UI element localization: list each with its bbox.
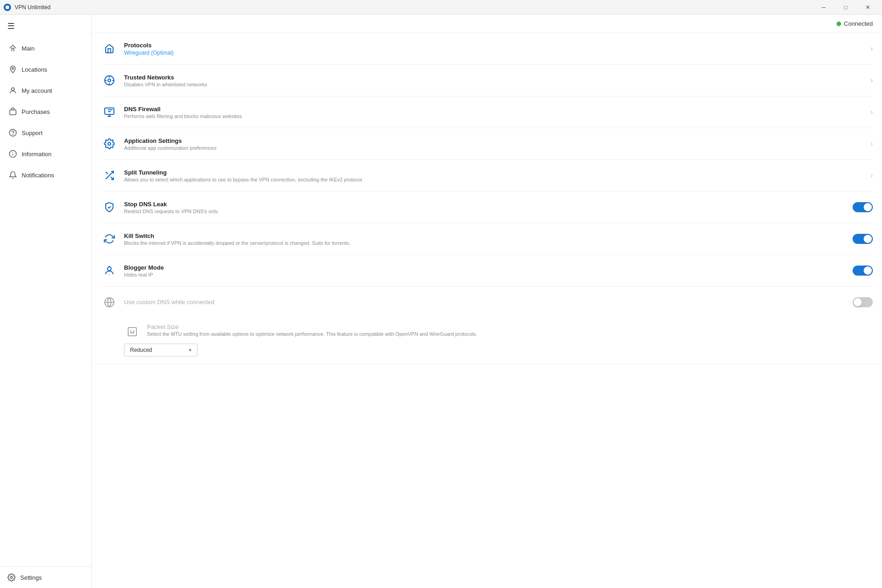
app-logo	[4, 4, 11, 11]
stop-dns-leak-icon	[101, 199, 118, 215]
kill-switch-item: Kill Switch Blocks the internet if VPN i…	[101, 223, 873, 255]
packet-size-title: Packet Size	[147, 323, 477, 330]
svg-point-9	[11, 577, 13, 579]
sidebar-item-main-label: Main	[22, 45, 34, 52]
custom-dns-slider	[853, 297, 873, 307]
protocols-icon	[101, 40, 118, 57]
app-settings-content: Application Settings Additional app cust…	[124, 137, 866, 151]
sidebar: ☰ Main Locations	[0, 15, 92, 588]
protocols-title: Protocols	[124, 42, 866, 49]
svg-point-5	[13, 134, 13, 135]
kill-switch-desc: Blocks the internet if VPN is accidental…	[124, 240, 848, 246]
connection-status: Connected	[837, 20, 873, 27]
sidebar-item-main[interactable]: Main	[0, 38, 91, 59]
packet-size-dropdown[interactable]: Reduced ▾	[124, 344, 198, 356]
kill-switch-toggle-switch[interactable]	[853, 234, 873, 244]
sidebar-item-purchases[interactable]: Purchases	[0, 101, 91, 122]
blogger-mode-item: Blogger Mode Hides real IP	[101, 255, 873, 287]
dns-firewall-title: DNS Firewall	[124, 106, 866, 113]
sidebar-item-locations-label: Locations	[22, 66, 47, 73]
svg-rect-27	[128, 328, 136, 336]
chevron-down-icon: ▾	[189, 347, 192, 353]
packet-size-icon	[124, 323, 141, 340]
kill-switch-title: Kill Switch	[124, 232, 848, 239]
custom-dns-title: Use custom DNS while connected	[124, 299, 848, 305]
sidebar-item-purchases-label: Purchases	[22, 108, 50, 115]
protocols-item[interactable]: Protocols Wireguard (Optimal) ›	[101, 33, 873, 65]
packet-size-text: Packet Size Select the MTU setting from …	[147, 323, 477, 337]
main-content: Connected Protocols Wireguard (Optimal)	[92, 15, 882, 588]
custom-dns-toggle[interactable]	[853, 297, 873, 307]
dns-firewall-desc: Performs web filtering and blocks malici…	[124, 113, 866, 119]
dns-firewall-content: DNS Firewall Performs web filtering and …	[124, 106, 866, 119]
kill-switch-content: Kill Switch Blocks the internet if VPN i…	[124, 232, 848, 246]
svg-point-22	[107, 267, 111, 271]
maximize-button[interactable]: □	[835, 0, 856, 15]
packet-size-section: Packet Size Select the MTU setting from …	[92, 318, 882, 364]
trusted-networks-item[interactable]: Trusted Networks Disables VPN in whiteli…	[101, 65, 873, 96]
trusted-networks-chevron: ›	[871, 76, 873, 85]
dns-firewall-item[interactable]: DNS Firewall Performs web filtering and …	[101, 96, 873, 128]
sidebar-item-my-account-label: My account	[22, 87, 52, 94]
chevron-right-icon: ›	[871, 45, 873, 53]
kill-switch-icon	[101, 231, 118, 247]
minimize-button[interactable]: ─	[813, 0, 834, 15]
menu-button[interactable]: ☰	[0, 15, 91, 38]
blogger-mode-toggle-switch[interactable]	[853, 266, 873, 276]
svg-rect-3	[10, 110, 16, 115]
titlebar: VPN Unlimited ─ □ ✕	[0, 0, 882, 15]
sidebar-item-notifications[interactable]: Notifications	[0, 164, 91, 186]
svg-point-1	[12, 68, 14, 69]
close-button[interactable]: ✕	[857, 0, 878, 15]
trusted-networks-title: Trusted Networks	[124, 74, 866, 81]
split-tunneling-content: Split Tunneling Allows you to select whi…	[124, 169, 866, 182]
chevron-right-icon: ›	[871, 171, 873, 180]
custom-dns-item: Use custom DNS while connected	[101, 287, 873, 318]
sidebar-item-locations[interactable]: Locations	[0, 59, 91, 80]
stop-dns-leak-title: Stop DNS Leak	[124, 201, 848, 208]
chevron-right-icon: ›	[871, 108, 873, 116]
settings-list: Protocols Wireguard (Optimal) › T	[92, 33, 882, 318]
split-tunneling-icon	[101, 167, 118, 184]
protocols-content: Protocols Wireguard (Optimal)	[124, 42, 866, 56]
bag-icon	[9, 107, 17, 116]
blogger-mode-title: Blogger Mode	[124, 264, 848, 271]
svg-line-21	[106, 172, 108, 174]
sidebar-item-support-label: Support	[22, 130, 43, 136]
custom-dns-toggle-switch[interactable]	[853, 297, 873, 307]
trusted-networks-desc: Disables VPN in whitelisted networks	[124, 82, 866, 87]
split-tunneling-item[interactable]: Split Tunneling Allows you to select whi…	[101, 160, 873, 192]
stop-dns-leak-content: Stop DNS Leak Restrict DNS requests to V…	[124, 201, 848, 214]
stop-dns-leak-toggle[interactable]	[853, 202, 873, 212]
hamburger-icon: ☰	[7, 21, 15, 31]
blogger-mode-icon	[101, 262, 118, 279]
split-tunneling-desc: Allows you to select which applications …	[124, 177, 866, 182]
custom-dns-icon	[101, 294, 118, 311]
packet-size-header: Packet Size Select the MTU setting from …	[124, 323, 882, 340]
dns-firewall-chevron: ›	[871, 108, 873, 116]
app-settings-icon	[101, 136, 118, 152]
sidebar-item-settings[interactable]: Settings	[0, 566, 91, 588]
packet-size-value: Reduced	[130, 347, 152, 353]
sidebar-settings-label: Settings	[20, 574, 42, 581]
connected-dot	[837, 22, 841, 26]
sidebar-item-notifications-label: Notifications	[22, 172, 54, 179]
sidebar-item-my-account[interactable]: My account	[0, 80, 91, 101]
svg-point-2	[11, 88, 14, 90]
blogger-mode-toggle[interactable]	[853, 266, 873, 276]
content-header: Connected	[92, 15, 882, 33]
bell-icon	[9, 171, 17, 179]
sidebar-item-information[interactable]: Information	[0, 143, 91, 164]
svg-point-8	[13, 153, 13, 153]
person-icon	[9, 86, 17, 95]
app-settings-desc: Additional app customization preferences	[124, 145, 866, 151]
info-icon	[9, 150, 17, 158]
kill-switch-toggle[interactable]	[853, 234, 873, 244]
protocols-chevron: ›	[871, 45, 873, 53]
app-settings-chevron: ›	[871, 140, 873, 148]
sidebar-item-support[interactable]: Support	[0, 122, 91, 143]
app-settings-item[interactable]: Application Settings Additional app cust…	[101, 128, 873, 160]
stop-dns-leak-toggle-switch[interactable]	[853, 202, 873, 212]
svg-point-0	[6, 6, 9, 9]
help-icon	[9, 129, 17, 137]
